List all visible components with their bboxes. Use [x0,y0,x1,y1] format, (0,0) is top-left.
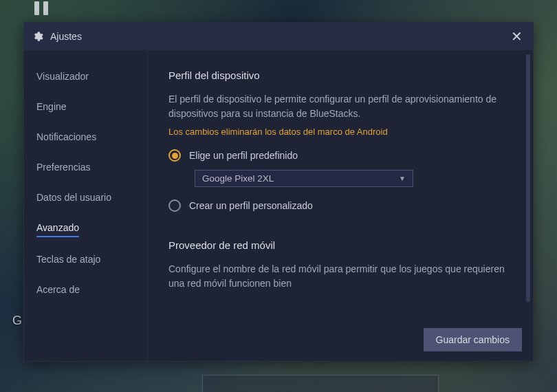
background-letter: G [12,314,22,328]
section-title-device-profile: Perfil del dispositivo [168,69,505,81]
sidebar-item-notificaciones[interactable]: Notificaciones [36,124,96,149]
sidebar-item-acerca-de[interactable]: Acerca de [36,277,80,302]
modal-body: Visualizador Engine Notificaciones Prefe… [24,50,533,361]
device-profile-description: El perfil de dispositivo le permite conf… [168,92,505,121]
sidebar-item-engine[interactable]: Engine [36,94,67,119]
sidebar-item-datos-del-usuario[interactable]: Datos del usuario [36,185,111,210]
modal-title: Ajustes [50,31,501,42]
device-profile-warning: Los cambios eliminarán los datos del mar… [168,127,505,137]
content-wrap: Perfil del dispositivo El perfil de disp… [148,50,533,361]
mobile-network-description: Configure el nombre de la red móvil para… [168,262,505,291]
pause-button[interactable] [29,0,54,19]
sidebar-item-avanzado[interactable]: Avanzado [36,215,79,237]
modal-header: Ajustes ✕ [24,23,533,50]
pause-icon [34,1,39,15]
radio-custom-profile[interactable]: Crear un perfil personalizado [168,199,505,212]
settings-modal: Ajustes ✕ Visualizador Engine Notificaci… [23,22,534,362]
sidebar: Visualizador Engine Notificaciones Prefe… [24,50,148,361]
radio-custom-label: Crear un perfil personalizado [189,200,313,211]
save-changes-button[interactable]: Guardar cambios [424,328,522,351]
radio-predefined-label: Elige un perfil predefinido [189,150,298,161]
chevron-down-icon: ▼ [399,175,406,182]
radio-predefined-profile[interactable]: Elige un perfil predefinido [168,149,505,162]
section-title-mobile-network: Proveedor de red móvil [168,239,505,251]
device-profile-select[interactable]: Google Pixel 2XL ▼ [195,170,413,187]
radio-icon-selected [168,149,181,162]
pause-icon [43,1,48,15]
select-value: Google Pixel 2XL [202,173,274,184]
modal-footer: Guardar cambios [148,321,533,361]
close-icon[interactable]: ✕ [508,30,525,43]
sidebar-item-preferencias[interactable]: Preferencias [36,155,91,179]
scrollbar[interactable] [526,54,530,302]
sidebar-item-teclas-de-atajo[interactable]: Teclas de atajo [36,247,100,272]
content: Perfil del dispositivo El perfil de disp… [148,50,533,321]
bottom-panel-outline [202,375,439,392]
gear-icon [32,31,43,42]
sidebar-item-visualizador[interactable]: Visualizador [36,64,89,89]
radio-icon-unselected [168,199,181,212]
